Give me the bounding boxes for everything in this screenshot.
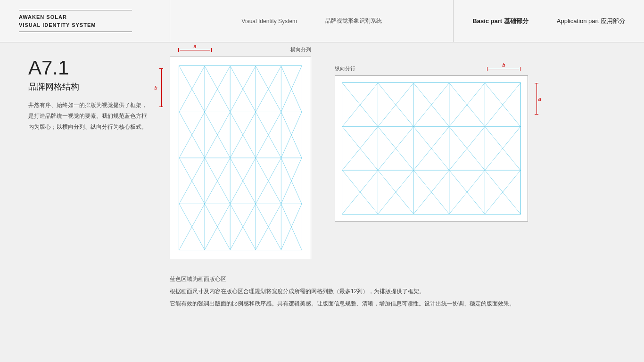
diagram2-label-top: 纵向分行	[335, 65, 355, 72]
logo-title: AWAKEN SOLAR VISUAL IDENTITY SYSTEM	[19, 13, 151, 29]
bottom-notes: 蓝色区域为画面版心区 根据画面尺寸及内容在版心区合理规划将宽度分成所需的网格列数…	[170, 273, 616, 309]
diagram1-label-top: 横向分列	[290, 46, 311, 53]
diagram2-annotation-a: a	[535, 83, 538, 115]
nav-vis-identity: Visual Identity System	[241, 18, 297, 25]
logo-top-line	[19, 10, 132, 10]
diagram1-container: 横向分列 a b	[170, 57, 311, 259]
section-number: A7.1	[28, 57, 170, 79]
header: AWAKEN SOLAR VISUAL IDENTITY SYSTEM Visu…	[0, 0, 644, 42]
diagram2-container: 纵向分行 b a	[335, 75, 528, 222]
diagram2-label-b: b	[502, 62, 505, 68]
diagram2-outer-box	[335, 75, 528, 222]
section-description: 井然有序、始终如一的排版为视觉提供了框架，是打造品牌统一视觉的要素。我们规范蓝色…	[28, 100, 151, 132]
diagram1-outer-box	[170, 57, 311, 259]
diagram1-inner-box	[179, 66, 302, 250]
note-line2: 根据画面尺寸及内容在版心区合理规划将宽度分成所需的网格列数（最多12列），为排版…	[170, 286, 616, 297]
logo: AWAKEN SOLAR VISUAL IDENTITY SYSTEM	[19, 10, 151, 32]
logo-line1: AWAKEN SOLAR	[19, 14, 67, 20]
diagram1-label-a: a	[193, 43, 196, 49]
diagram1-annotation-a: a	[178, 48, 212, 52]
diagram1-grid-svg	[179, 66, 302, 250]
diagram2-annotation-b: b	[487, 67, 520, 71]
header-nav-right: Basic part 基础部分 Application part 应用部分	[472, 17, 625, 25]
section-title: 品牌网格结构	[28, 81, 170, 92]
logo-line2: VISUAL IDENTITY SYSTEM	[19, 22, 96, 28]
diagram2-inner-box	[342, 82, 521, 214]
diagram1-label-b: b	[155, 85, 157, 90]
nav-application-part[interactable]: Application part 应用部分	[557, 17, 625, 25]
main-content: A7.1 品牌网格结构 井然有序、始终如一的排版为视觉提供了框架，是打造品牌统一…	[0, 42, 644, 324]
nav-brand-system: 品牌视觉形象识别系统	[325, 17, 382, 25]
header-nav-center: Visual Identity System 品牌视觉形象识别系统	[170, 0, 454, 42]
diagram2-grid-svg	[342, 83, 520, 214]
note-line1: 蓝色区域为画面版心区	[170, 273, 616, 285]
diagram2-label-a: a	[538, 96, 541, 102]
nav-basic-part[interactable]: Basic part 基础部分	[472, 17, 528, 25]
logo-bottom-line	[19, 32, 132, 32]
note-line3: 它能有效的强调出版面的比例感和秩序感。具有逻辑美感。让版面信息规整、清晰，增加信…	[170, 298, 616, 309]
diagram1-annotation-b: b	[159, 68, 163, 107]
left-panel: A7.1 品牌网格结构 井然有序、始终如一的排版为视觉提供了框架，是打造品牌统一…	[28, 57, 170, 132]
